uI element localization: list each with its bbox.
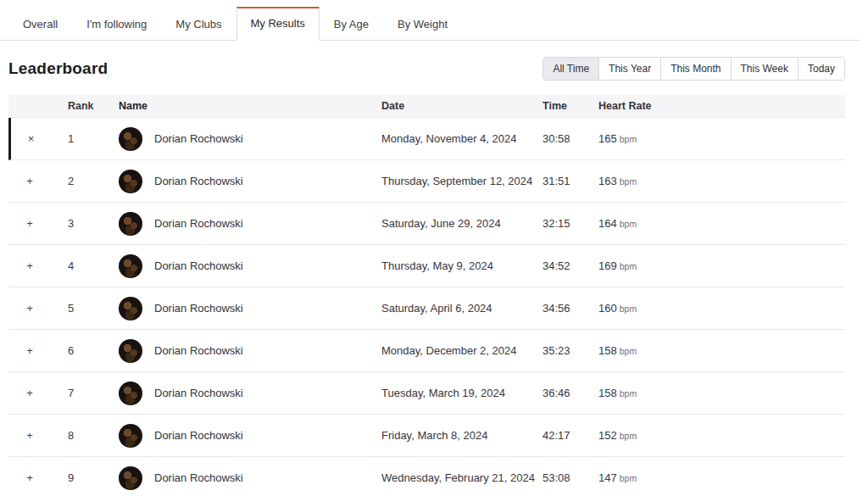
tab-by-weight[interactable]: By Weight <box>383 8 462 41</box>
column-header-heart-rate: Heart Rate <box>588 100 845 112</box>
table-body: × 1 Dorian Rochowski Monday, November 4,… <box>8 118 845 496</box>
add-icon[interactable]: + <box>23 257 36 275</box>
time-value: 36:46 <box>532 387 588 399</box>
heart-rate-value: 163 <box>598 175 617 187</box>
date-value: Monday, November 4, 2024 <box>371 132 532 145</box>
heart-rate-value: 152 <box>598 429 617 442</box>
athlete-name-link[interactable]: Dorian Rochowski <box>154 344 243 357</box>
tab-overall[interactable]: Overall <box>8 8 72 41</box>
athlete-avatar <box>119 297 142 320</box>
time-value: 32:15 <box>532 217 588 230</box>
add-icon[interactable]: + <box>23 299 36 317</box>
athlete-name-link[interactable]: Dorian Rochowski <box>154 471 243 484</box>
add-icon[interactable]: + <box>23 172 36 190</box>
date-value: Tuesday, March 19, 2024 <box>371 387 532 399</box>
time-value: 31:51 <box>532 175 588 187</box>
time-value: 30:58 <box>532 132 588 145</box>
rank-value: 2 <box>51 175 108 187</box>
remove-icon[interactable]: × <box>25 130 38 148</box>
heart-rate-value: 160 <box>598 302 617 315</box>
tab-bar: Overall I'm following My Clubs My Result… <box>0 0 860 41</box>
time-value: 35:23 <box>532 344 588 357</box>
heart-rate-unit: bpm <box>620 176 637 187</box>
column-header-rank: Rank <box>51 100 108 112</box>
table-row: + 5 Dorian Rochowski Saturday, April 6, … <box>8 287 845 330</box>
time-value: 34:56 <box>532 302 588 315</box>
heart-rate-unit: bpm <box>620 388 637 398</box>
filter-all-time[interactable]: All Time <box>543 58 598 80</box>
table-header-row: Rank Name Date Time Heart Rate <box>8 95 845 118</box>
rank-value: 7 <box>51 387 108 399</box>
heart-rate-value: 158 <box>598 387 617 399</box>
athlete-name-link[interactable]: Dorian Rochowski <box>154 387 243 399</box>
heart-rate-unit: bpm <box>620 134 637 144</box>
heart-rate-value: 169 <box>598 259 617 272</box>
time-value: 42:17 <box>532 429 588 442</box>
table-row: + 7 Dorian Rochowski Tuesday, March 19, … <box>8 372 845 415</box>
athlete-avatar <box>119 212 142 236</box>
heart-rate-value: 165 <box>598 132 617 145</box>
rank-value: 1 <box>51 132 108 145</box>
tab-by-age[interactable]: By Age <box>320 8 383 41</box>
heart-rate-unit: bpm <box>620 346 637 356</box>
add-icon[interactable]: + <box>23 215 36 232</box>
table-row: + 3 Dorian Rochowski Saturday, June 29, … <box>8 203 845 245</box>
date-value: Saturday, April 6, 2024 <box>371 302 532 315</box>
table-row: × 1 Dorian Rochowski Monday, November 4,… <box>8 118 845 160</box>
column-header-name: Name <box>108 100 371 112</box>
date-value: Thursday, September 12, 2024 <box>371 175 532 187</box>
heart-rate-unit: bpm <box>620 219 637 229</box>
athlete-avatar <box>119 466 142 490</box>
athlete-name-link[interactable]: Dorian Rochowski <box>154 175 243 187</box>
date-value: Thursday, May 9, 2024 <box>371 259 532 272</box>
table-row: + 2 Dorian Rochowski Thursday, September… <box>8 160 845 203</box>
column-header-time: Time <box>532 100 588 112</box>
add-icon[interactable]: + <box>23 469 36 487</box>
date-value: Wednesday, February 21, 2024 <box>371 471 532 484</box>
page-title: Leaderboard <box>8 59 108 78</box>
filter-today[interactable]: Today <box>798 58 844 80</box>
heart-rate-unit: bpm <box>620 473 637 483</box>
add-icon[interactable]: + <box>23 384 36 402</box>
tab-my-clubs[interactable]: My Clubs <box>161 8 236 41</box>
filter-this-year[interactable]: This Year <box>598 58 660 80</box>
heart-rate-unit: bpm <box>620 431 637 441</box>
athlete-avatar <box>119 339 142 363</box>
date-value: Monday, December 2, 2024 <box>371 344 532 357</box>
rank-value: 5 <box>51 302 108 315</box>
table-row: + 9 Dorian Rochowski Wednesday, February… <box>8 457 845 496</box>
leaderboard-page: Overall I'm following My Clubs My Result… <box>0 0 868 496</box>
athlete-avatar <box>119 382 142 405</box>
time-value: 53:08 <box>532 471 588 484</box>
rank-value: 3 <box>51 217 108 230</box>
heart-rate-value: 147 <box>598 471 617 484</box>
table-row: + 8 Dorian Rochowski Friday, March 8, 20… <box>8 415 845 457</box>
heart-rate-unit: bpm <box>620 304 637 314</box>
rank-value: 8 <box>51 429 108 442</box>
athlete-name-link[interactable]: Dorian Rochowski <box>154 259 243 272</box>
athlete-avatar <box>119 127 142 151</box>
leaderboard-table: Rank Name Date Time Heart Rate × 1 Doria… <box>8 95 845 496</box>
date-value: Friday, March 8, 2024 <box>371 429 532 442</box>
filter-this-week[interactable]: This Week <box>731 58 798 80</box>
page-header: Leaderboard All Time This Year This Mont… <box>0 41 868 95</box>
athlete-name-link[interactable]: Dorian Rochowski <box>154 217 243 230</box>
heart-rate-value: 164 <box>598 217 617 230</box>
table-row: + 6 Dorian Rochowski Monday, December 2,… <box>8 330 845 372</box>
rank-value: 4 <box>51 259 108 272</box>
tab-i-m-following[interactable]: I'm following <box>72 8 161 41</box>
athlete-avatar <box>119 424 142 448</box>
athlete-name-link[interactable]: Dorian Rochowski <box>154 302 243 315</box>
athlete-name-link[interactable]: Dorian Rochowski <box>154 132 243 145</box>
rank-value: 9 <box>51 471 108 484</box>
time-filter-group: All Time This Year This Month This Week … <box>542 57 845 81</box>
add-icon[interactable]: + <box>23 426 36 444</box>
athlete-name-link[interactable]: Dorian Rochowski <box>154 429 243 442</box>
add-icon[interactable]: + <box>23 342 36 359</box>
filter-this-month[interactable]: This Month <box>660 58 730 80</box>
heart-rate-value: 158 <box>598 344 617 357</box>
tab-my-results[interactable]: My Results <box>236 7 320 41</box>
time-value: 34:52 <box>532 259 588 272</box>
heart-rate-unit: bpm <box>620 261 637 271</box>
date-value: Saturday, June 29, 2024 <box>371 217 532 230</box>
